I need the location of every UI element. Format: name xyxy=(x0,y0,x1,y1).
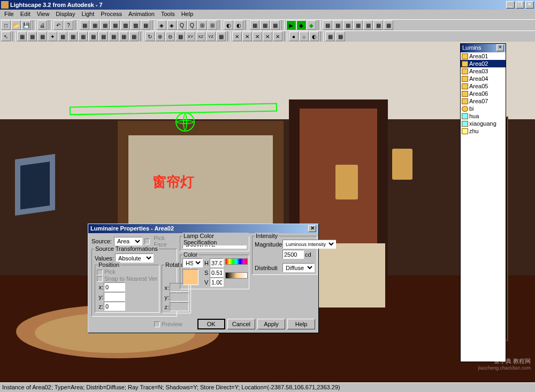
tb-btn-icon[interactable]: ▦ xyxy=(37,32,47,41)
tb-btn-icon[interactable]: ▦ xyxy=(100,20,110,30)
source-select[interactable]: Area xyxy=(114,237,142,246)
tb-btn-icon[interactable]: ▦ xyxy=(98,32,108,41)
tb-btn-icon[interactable]: ▦ xyxy=(260,20,270,30)
tb-btn-icon[interactable]: ◆ xyxy=(296,20,306,30)
menu-animation[interactable]: Animation xyxy=(125,10,158,19)
lumins-item[interactable]: Area06 xyxy=(461,90,506,97)
lumins-list[interactable]: Area01Area02Area03Area04Area05Area06Area… xyxy=(461,52,506,135)
tb-btn-icon[interactable]: ⊞ xyxy=(208,20,217,30)
menu-help[interactable]: Help xyxy=(178,10,197,19)
tb-btn-icon[interactable]: ▦ xyxy=(333,20,342,30)
tb-btn-icon[interactable]: ▦ xyxy=(110,20,120,30)
tb-btn-icon[interactable]: ▦ xyxy=(343,20,353,30)
tb-btn-icon[interactable]: ▦ xyxy=(58,32,67,41)
tb-btn-icon[interactable]: ✦ xyxy=(48,32,57,41)
color-swatch[interactable] xyxy=(182,269,198,285)
tb-btn-icon[interactable]: ▦ xyxy=(80,20,89,30)
apply-button[interactable]: Apply xyxy=(257,319,285,329)
maximize-button[interactable]: ❐ xyxy=(516,1,524,9)
ok-button[interactable]: OK xyxy=(197,319,225,329)
dialog-titlebar[interactable]: Luminaire Properties - Area02 ✕ xyxy=(88,224,318,233)
tb-btn-icon[interactable]: ◐ xyxy=(234,20,243,30)
tb-btn-icon[interactable]: ◈ xyxy=(167,20,177,30)
tb-open-icon[interactable]: 📂 xyxy=(11,20,21,30)
tb-save-icon[interactable]: 💾 xyxy=(21,20,31,30)
tb-btn-icon[interactable]: ▩ xyxy=(131,20,140,30)
lumins-item[interactable]: Area02 xyxy=(461,60,506,67)
tb-btn-icon[interactable]: ✕ xyxy=(232,32,242,41)
cancel-button[interactable]: Cancel xyxy=(227,319,255,329)
tb-btn-icon[interactable]: ▦ xyxy=(88,32,98,41)
tb-btn-icon[interactable]: ▦ xyxy=(90,20,100,30)
tb-btn-icon[interactable]: ▶ xyxy=(286,20,296,30)
tb-btn-icon[interactable]: ◈ xyxy=(157,20,166,30)
tb-btn-icon[interactable]: ▦ xyxy=(27,32,37,41)
lumins-item[interactable]: Area05 xyxy=(461,82,506,90)
h-input[interactable] xyxy=(210,258,224,267)
menu-view[interactable]: View xyxy=(34,10,53,19)
tb-yz-icon[interactable]: YZ xyxy=(206,32,216,41)
tb-btn-icon[interactable]: ▦ xyxy=(78,32,88,41)
tb-btn-icon[interactable]: ▩ xyxy=(120,20,130,30)
tb-btn-icon[interactable]: ▦ xyxy=(363,20,373,30)
tb-btn-icon[interactable]: ▦ xyxy=(335,32,345,41)
tb-btn-icon[interactable]: ● xyxy=(289,32,299,41)
tb-btn-icon[interactable]: ▦ xyxy=(384,20,393,30)
tb-btn-icon[interactable]: ▦ xyxy=(325,32,335,41)
lumins-item[interactable]: hua xyxy=(461,112,506,120)
s-input[interactable] xyxy=(210,268,224,277)
hue-spectrum[interactable] xyxy=(225,258,248,265)
close-button[interactable]: ✕ xyxy=(525,1,534,9)
tb-btn-icon[interactable]: ⊖ xyxy=(165,32,175,41)
tb-btn-icon[interactable]: Q xyxy=(187,20,197,30)
tb-btn-icon[interactable]: ✕ xyxy=(242,32,252,41)
tb-btn-icon[interactable]: ✕ xyxy=(263,32,272,41)
pos-x-input[interactable] xyxy=(104,282,125,291)
tb-btn-icon[interactable]: ▦ xyxy=(109,32,118,41)
menu-display[interactable]: Display xyxy=(52,10,78,19)
tb-btn-icon[interactable]: ▦ xyxy=(270,20,280,30)
tb-xz-icon[interactable]: XZ xyxy=(196,32,205,41)
tb-new-icon[interactable]: □ xyxy=(1,20,11,30)
tb-btn-icon[interactable]: ▦ xyxy=(129,32,139,41)
lumins-item[interactable]: Area04 xyxy=(461,75,506,82)
tb-btn-icon[interactable]: ◐ xyxy=(224,20,233,30)
magnitude-type-select[interactable]: Luminous Intensity xyxy=(282,240,336,249)
menu-process[interactable]: Process xyxy=(97,10,125,19)
tb-help-icon[interactable]: ? xyxy=(64,20,73,30)
tb-btn-icon[interactable]: ▦ xyxy=(68,32,78,41)
viewport[interactable]: 窗帘灯 Lumins ✕ Area01Area02Area03Area04Are… xyxy=(0,42,535,382)
tb-btn-icon[interactable]: ◆ xyxy=(307,20,316,30)
magnitude-input[interactable] xyxy=(282,250,304,259)
distribution-select[interactable]: Diffuse xyxy=(282,263,315,272)
tb-btn-icon[interactable]: ▦ xyxy=(119,32,128,41)
lumins-item[interactable]: bi xyxy=(461,105,506,112)
tb-btn-icon[interactable]: ▦ xyxy=(323,20,332,30)
tb-btn-icon[interactable]: ▦ xyxy=(353,20,363,30)
color-mode-select[interactable]: HSV xyxy=(182,258,203,267)
pos-z-input[interactable] xyxy=(104,302,125,311)
menu-edit[interactable]: Edit xyxy=(17,10,34,19)
luminaire-gizmo[interactable] xyxy=(175,112,195,132)
tb-btn-icon[interactable]: ✕ xyxy=(273,32,282,41)
tb-btn-icon[interactable]: ◐ xyxy=(309,32,319,41)
tb-pointer-icon[interactable]: ↖ xyxy=(1,32,11,41)
lumins-item[interactable]: Area03 xyxy=(461,67,506,75)
tb-btn-icon[interactable]: ↻ xyxy=(145,32,155,41)
lumins-item[interactable]: zhu xyxy=(461,127,506,135)
tb-btn-icon[interactable]: ▦ xyxy=(141,20,150,30)
tb-btn-icon[interactable]: ▦ xyxy=(17,32,27,41)
lumins-close-icon[interactable]: ✕ xyxy=(496,44,504,51)
tb-btn-icon[interactable]: Q xyxy=(177,20,187,30)
lumins-item[interactable]: Area01 xyxy=(461,52,506,60)
tb-print-icon[interactable]: 🖨 xyxy=(37,20,47,30)
lumins-item[interactable]: Area07 xyxy=(461,97,506,105)
tb-btn-icon[interactable]: ⊞ xyxy=(197,20,207,30)
minimize-button[interactable]: _ xyxy=(506,1,515,9)
tb-btn-icon[interactable]: ▦ xyxy=(175,32,185,41)
menu-tools[interactable]: Tools xyxy=(158,10,178,19)
tb-undo-icon[interactable]: ↶ xyxy=(54,20,63,30)
tb-btn-icon[interactable]: ✕ xyxy=(253,32,262,41)
menu-light[interactable]: Light xyxy=(78,10,97,19)
pos-y-input[interactable] xyxy=(104,292,125,301)
